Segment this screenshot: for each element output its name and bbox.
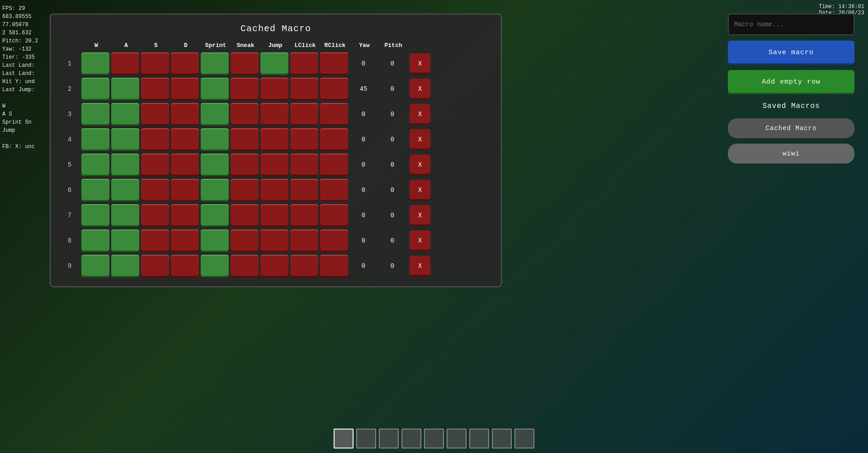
delete-row-5-button[interactable]: X bbox=[410, 154, 430, 175]
toggle-w-row4[interactable] bbox=[81, 128, 109, 151]
toggle-lclick-row6[interactable] bbox=[290, 179, 318, 201]
toggle-lclick-row9[interactable] bbox=[290, 255, 318, 277]
toggle-sneak-row1[interactable] bbox=[231, 52, 259, 75]
toggle-d-row4[interactable] bbox=[171, 128, 199, 151]
toggle-rclick-row4[interactable] bbox=[320, 128, 348, 151]
toggle-rclick-row1[interactable] bbox=[320, 52, 348, 75]
toggle-d-row8[interactable] bbox=[171, 229, 199, 252]
toggle-jump-row7[interactable] bbox=[260, 204, 288, 227]
delete-row-3-button[interactable]: X bbox=[410, 104, 430, 125]
toggle-s-row6[interactable] bbox=[141, 179, 169, 201]
toggle-jump-row9[interactable] bbox=[260, 255, 288, 277]
hotbar-slot-1[interactable] bbox=[334, 429, 354, 448]
toggle-sprint-row1[interactable] bbox=[201, 52, 229, 75]
delete-row-6-button[interactable]: X bbox=[410, 180, 430, 201]
toggle-a-row8[interactable] bbox=[111, 229, 139, 252]
toggle-s-row5[interactable] bbox=[141, 154, 169, 176]
toggle-d-row9[interactable] bbox=[171, 255, 199, 277]
toggle-a-row7[interactable] bbox=[111, 204, 139, 227]
toggle-a-row2[interactable] bbox=[111, 78, 139, 100]
toggle-s-row1[interactable] bbox=[141, 52, 169, 75]
hotbar-slot-9[interactable] bbox=[514, 429, 534, 448]
toggle-jump-row2[interactable] bbox=[260, 78, 288, 100]
wiwi-macro-button[interactable]: wiwi bbox=[728, 144, 854, 163]
toggle-w-row8[interactable] bbox=[81, 229, 109, 252]
toggle-lclick-row7[interactable] bbox=[290, 204, 318, 227]
save-macro-button[interactable]: Save macro bbox=[728, 41, 854, 65]
toggle-sprint-row7[interactable] bbox=[201, 204, 229, 227]
toggle-d-row5[interactable] bbox=[171, 154, 199, 176]
toggle-jump-row8[interactable] bbox=[260, 229, 288, 252]
toggle-s-row7[interactable] bbox=[141, 204, 169, 227]
toggle-s-row9[interactable] bbox=[141, 255, 169, 277]
toggle-sneak-row9[interactable] bbox=[231, 255, 259, 277]
hotbar-slot-7[interactable] bbox=[469, 429, 489, 448]
toggle-a-row3[interactable] bbox=[111, 103, 139, 126]
toggle-d-row2[interactable] bbox=[171, 78, 199, 100]
toggle-sprint-row4[interactable] bbox=[201, 128, 229, 151]
toggle-sneak-row3[interactable] bbox=[231, 103, 259, 126]
toggle-rclick-row8[interactable] bbox=[320, 229, 348, 252]
toggle-rclick-row6[interactable] bbox=[320, 179, 348, 201]
toggle-rclick-row9[interactable] bbox=[320, 255, 348, 277]
toggle-sneak-row2[interactable] bbox=[231, 78, 259, 100]
delete-row-7-button[interactable]: X bbox=[410, 205, 430, 226]
toggle-d-row6[interactable] bbox=[171, 179, 199, 201]
toggle-lclick-row1[interactable] bbox=[290, 52, 318, 75]
toggle-jump-row6[interactable] bbox=[260, 179, 288, 201]
toggle-jump-row4[interactable] bbox=[260, 128, 288, 151]
toggle-d-row7[interactable] bbox=[171, 204, 199, 227]
toggle-d-row3[interactable] bbox=[171, 103, 199, 126]
toggle-a-row6[interactable] bbox=[111, 179, 139, 201]
cached-macro-button[interactable]: Cached Macro bbox=[728, 118, 854, 138]
toggle-s-row3[interactable] bbox=[141, 103, 169, 126]
toggle-lclick-row5[interactable] bbox=[290, 154, 318, 176]
toggle-rclick-row3[interactable] bbox=[320, 103, 348, 126]
toggle-sneak-row4[interactable] bbox=[231, 128, 259, 151]
toggle-lclick-row2[interactable] bbox=[290, 78, 318, 100]
toggle-rclick-row7[interactable] bbox=[320, 204, 348, 227]
hotbar-slot-5[interactable] bbox=[424, 429, 444, 448]
toggle-sneak-row8[interactable] bbox=[231, 229, 259, 252]
toggle-d-row1[interactable] bbox=[171, 52, 199, 75]
toggle-w-row6[interactable] bbox=[81, 179, 109, 201]
toggle-lclick-row4[interactable] bbox=[290, 128, 318, 151]
hotbar-slot-8[interactable] bbox=[492, 429, 512, 448]
toggle-sprint-row2[interactable] bbox=[201, 78, 229, 100]
toggle-s-row4[interactable] bbox=[141, 128, 169, 151]
hotbar-slot-6[interactable] bbox=[447, 429, 467, 448]
toggle-w-row7[interactable] bbox=[81, 204, 109, 227]
hotbar-slot-4[interactable] bbox=[401, 429, 421, 448]
toggle-w-row3[interactable] bbox=[81, 103, 109, 126]
toggle-w-row2[interactable] bbox=[81, 78, 109, 100]
toggle-rclick-row5[interactable] bbox=[320, 154, 348, 176]
delete-row-1-button[interactable]: X bbox=[410, 53, 430, 74]
toggle-sprint-row6[interactable] bbox=[201, 179, 229, 201]
toggle-jump-row1[interactable] bbox=[260, 52, 288, 75]
toggle-w-row5[interactable] bbox=[81, 154, 109, 176]
toggle-sneak-row5[interactable] bbox=[231, 154, 259, 176]
hotbar-slot-2[interactable] bbox=[356, 429, 376, 448]
delete-row-4-button[interactable]: X bbox=[410, 129, 430, 150]
toggle-a-row1[interactable] bbox=[111, 52, 139, 75]
delete-row-2-button[interactable]: X bbox=[410, 79, 430, 99]
toggle-sprint-row3[interactable] bbox=[201, 103, 229, 126]
delete-row-8-button[interactable]: X bbox=[410, 230, 430, 251]
hotbar-slot-3[interactable] bbox=[379, 429, 399, 448]
toggle-jump-row3[interactable] bbox=[260, 103, 288, 126]
toggle-w-row9[interactable] bbox=[81, 255, 109, 277]
toggle-jump-row5[interactable] bbox=[260, 154, 288, 176]
toggle-sprint-row5[interactable] bbox=[201, 154, 229, 176]
toggle-lclick-row3[interactable] bbox=[290, 103, 318, 126]
delete-row-9-button[interactable]: X bbox=[410, 256, 430, 276]
toggle-rclick-row2[interactable] bbox=[320, 78, 348, 100]
toggle-a-row5[interactable] bbox=[111, 154, 139, 176]
toggle-a-row4[interactable] bbox=[111, 128, 139, 151]
toggle-s-row2[interactable] bbox=[141, 78, 169, 100]
toggle-sneak-row7[interactable] bbox=[231, 204, 259, 227]
add-empty-row-button[interactable]: Add empty row bbox=[728, 70, 854, 94]
toggle-lclick-row8[interactable] bbox=[290, 229, 318, 252]
toggle-a-row9[interactable] bbox=[111, 255, 139, 277]
toggle-sprint-row8[interactable] bbox=[201, 229, 229, 252]
toggle-sneak-row6[interactable] bbox=[231, 179, 259, 201]
